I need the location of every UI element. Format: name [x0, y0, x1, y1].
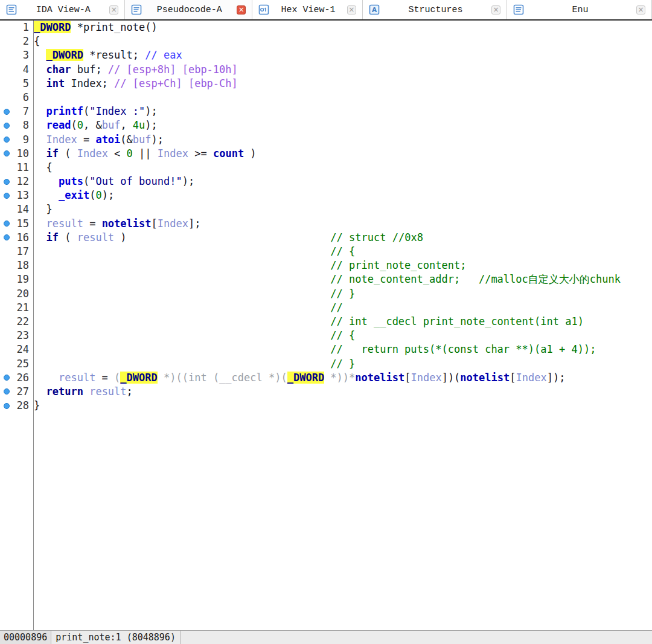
code-line[interactable]: 21 //	[0, 301, 652, 315]
code-token: 0	[77, 119, 83, 131]
breakpoint-gutter[interactable]	[0, 315, 13, 329]
code-comment: // {	[330, 245, 355, 257]
code-text: char buf; // [esp+8h] [ebp-10h]	[31, 63, 238, 77]
breakpoint-gutter[interactable]	[0, 231, 13, 245]
breakpoint-gutter[interactable]	[0, 371, 13, 385]
code-text: // note_content_addr; //malloc自定义大小的chun…	[31, 272, 621, 286]
breakpoint-gutter[interactable]	[0, 91, 13, 105]
code-token: {	[34, 35, 40, 47]
breakpoint-gutter[interactable]	[0, 77, 13, 91]
code-line[interactable]: 22 // int __cdecl print_note_content(int…	[0, 315, 652, 329]
pseudocode-icon	[131, 4, 142, 15]
pseudocode-editor[interactable]: 1_DWORD *print_note()2{3 _DWORD *result;…	[0, 21, 652, 630]
code-line[interactable]: 8 read(0, &buf, 4u);	[0, 118, 652, 132]
breakpoint-gutter[interactable]	[0, 217, 13, 231]
code-line[interactable]: 12 puts("Out of bound!");	[0, 175, 652, 188]
breakpoint-gutter[interactable]	[0, 161, 13, 175]
tab-enums[interactable]: Enu ×	[507, 0, 652, 19]
comment-padding	[34, 245, 330, 257]
code-line[interactable]: 18 // print_note_content;	[0, 259, 652, 272]
code-line[interactable]: 17 // {	[0, 245, 652, 259]
breakpoint-gutter[interactable]	[0, 399, 13, 413]
tab-close-button[interactable]: ×	[491, 5, 500, 14]
breakpoint-gutter[interactable]	[0, 63, 13, 77]
tab-hex-view-1[interactable]: Hex View-1 ×	[252, 0, 363, 19]
code-line[interactable]: 14 }	[0, 202, 652, 216]
code-line[interactable]: 2{	[0, 34, 652, 48]
code-line[interactable]: 28}	[0, 399, 652, 413]
breakpoint-gutter[interactable]	[0, 105, 13, 118]
code-line[interactable]: 11 {	[0, 161, 652, 175]
code-line[interactable]: 9 Index = atoi(&buf);	[0, 133, 652, 147]
code-comment: //	[330, 301, 342, 314]
breakpoint-gutter[interactable]	[0, 259, 13, 272]
code-comment: // struct //0x8	[330, 231, 423, 243]
code-line[interactable]: 6	[0, 91, 652, 105]
code-token: *print_note()	[71, 21, 157, 33]
code-line[interactable]: 10 if ( Index < 0 || Index >= count )	[0, 147, 652, 161]
code-comment: // return puts(*(const char **)(a1 + 4))…	[330, 343, 596, 355]
code-text: read(0, &buf, 4u);	[31, 118, 158, 132]
code-token: buf;	[71, 63, 107, 76]
breakpoint-gutter[interactable]	[0, 301, 13, 315]
code-line[interactable]: 15 result = notelist[Index];	[0, 217, 652, 231]
breakpoint-gutter[interactable]	[0, 329, 13, 343]
tab-ida-view-a[interactable]: IDA View-A ×	[0, 0, 125, 19]
breakpoint-gutter[interactable]	[0, 147, 13, 161]
code-line[interactable]: 23 // {	[0, 329, 652, 343]
code-line[interactable]: 19 // note_content_addr; //malloc自定义大小的c…	[0, 272, 652, 286]
breakpoint-gutter[interactable]	[0, 357, 13, 371]
breakpoint-gutter[interactable]	[0, 48, 13, 62]
ida-view-icon	[6, 4, 17, 15]
breakpoint-gutter[interactable]	[0, 385, 13, 399]
code-text: Index = atoi(&buf);	[31, 133, 164, 147]
code-line[interactable]: 25 // }	[0, 357, 652, 371]
breakpoint-gutter[interactable]	[0, 245, 13, 259]
breakpoint-gutter[interactable]	[0, 272, 13, 286]
breakpoint-icon	[4, 388, 10, 394]
code-line[interactable]: 27 return result;	[0, 385, 652, 399]
breakpoint-gutter[interactable]	[0, 175, 13, 188]
tab-structures[interactable]: A Structures ×	[363, 0, 507, 19]
tab-close-button[interactable]: ×	[109, 5, 118, 14]
code-line[interactable]: 20 // }	[0, 287, 652, 301]
code-line[interactable]: 24 // return puts(*(const char **)(a1 + …	[0, 343, 652, 356]
code-line[interactable]: 3 _DWORD *result; // eax	[0, 48, 652, 62]
breakpoint-gutter[interactable]	[0, 343, 13, 356]
code-token: return	[46, 385, 83, 398]
code-line[interactable]: 5 int Index; // [esp+Ch] [ebp-Ch]	[0, 77, 652, 91]
code-line[interactable]: 4 char buf; // [esp+8h] [ebp-10h]	[0, 63, 652, 77]
code-token: Index	[158, 147, 188, 159]
breakpoint-gutter[interactable]	[0, 188, 13, 202]
tab-close-button[interactable]: ×	[636, 5, 645, 14]
breakpoint-gutter[interactable]	[0, 133, 13, 147]
highlighted-token: _DWORD	[287, 372, 324, 384]
code-token: (	[83, 105, 89, 117]
code-line[interactable]: 26 result = (_DWORD *)((int (__cdecl *)(…	[0, 371, 652, 385]
code-line[interactable]: 1_DWORD *print_note()	[0, 21, 652, 34]
code-text: result = (_DWORD *)((int (__cdecl *)(_DW…	[31, 371, 565, 385]
code-line[interactable]: 7 printf("Index :");	[0, 105, 652, 118]
status-address: 00000896	[0, 631, 51, 644]
breakpoint-gutter[interactable]	[0, 21, 13, 34]
breakpoint-gutter[interactable]	[0, 202, 13, 216]
code-line[interactable]: 13 _exit(0);	[0, 188, 652, 202]
breakpoint-gutter[interactable]	[0, 287, 13, 301]
comment-padding	[34, 343, 330, 355]
line-number: 19	[13, 272, 31, 286]
tab-pseudocode-a[interactable]: Pseudocode-A ×	[125, 0, 252, 19]
code-token: if	[46, 147, 58, 159]
tab-close-button[interactable]: ×	[237, 5, 246, 14]
breakpoint-gutter[interactable]	[0, 118, 13, 132]
code-line[interactable]: 16 if ( result ) // struct //0x8	[0, 231, 652, 245]
breakpoint-gutter[interactable]	[0, 34, 13, 48]
tab-close-button[interactable]: ×	[347, 5, 356, 14]
code-token: );	[152, 134, 164, 146]
code-token: (	[59, 147, 77, 159]
code-lines: 1_DWORD *print_note()2{3 _DWORD *result;…	[0, 21, 652, 413]
hex-view-icon	[258, 4, 269, 15]
code-token: *))*	[324, 372, 355, 384]
code-token: notelist	[102, 217, 152, 230]
comment-padding	[34, 288, 330, 300]
code-token: int	[46, 77, 65, 89]
